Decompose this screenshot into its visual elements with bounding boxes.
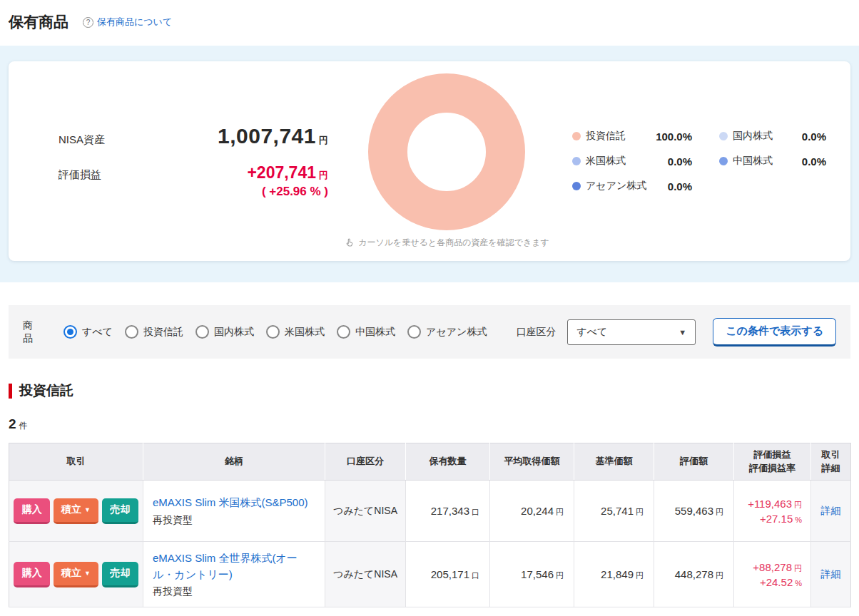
page-header: 保有商品 ? 保有商品について: [0, 0, 859, 46]
radio-icon-us-stock: [266, 325, 280, 339]
quantity-cell: 217,343口: [406, 481, 490, 542]
detail-link[interactable]: 詳細: [821, 505, 841, 516]
pl-label: 評価損益: [59, 168, 144, 182]
col-header-pl: 評価損益 評価損益率: [734, 443, 811, 481]
donut-chart-area: カーソルを乗せると各商品の資産を確認できます: [354, 73, 539, 249]
buy-button[interactable]: 購入: [14, 498, 50, 524]
radio-label-domestic-stock: 国内株式: [214, 326, 254, 339]
col-header-detail: 取引 詳細: [811, 443, 851, 481]
account-type-selected-value: すべて: [576, 326, 607, 339]
radio-us-stock[interactable]: 米国株式: [266, 325, 325, 339]
product-filter-label: 商品: [23, 319, 42, 345]
quantity-cell: 205,171口: [406, 542, 490, 607]
help-link[interactable]: ? 保有商品について: [83, 16, 172, 29]
legend-item-asean-stock: アセアン株式 0.0%: [572, 180, 692, 192]
pl-cell: +88,278円 +24.52%: [734, 542, 811, 607]
account-type-cell: つみたてNISA: [325, 481, 406, 542]
buy-button[interactable]: 購入: [14, 562, 50, 587]
table-header-row: 取引 銘柄 口座区分 保有数量 平均取得価額 基準価額 評価額 評価損益 評価損…: [9, 443, 851, 481]
question-circle-icon: ?: [83, 17, 93, 28]
asset-value: 1,007,741: [218, 124, 316, 148]
radio-label-asean-stock: アセアン株式: [426, 326, 487, 339]
col-header-quantity: 保有数量: [406, 443, 490, 481]
section-accent-bar: [9, 384, 12, 399]
value-cell: 448,278円: [654, 542, 734, 607]
result-count: 2 件: [9, 416, 850, 432]
section-header: 投資信託: [9, 381, 850, 400]
legend-item-china-stock: 中国株式 0.0%: [719, 155, 826, 168]
chart-hover-hint: カーソルを乗せると各商品の資産を確認できます: [344, 237, 549, 249]
radio-china-stock[interactable]: 中国株式: [337, 325, 395, 339]
nav-cell: 21,849円: [574, 542, 654, 607]
radio-icon-toshin: [125, 325, 138, 339]
radio-label-china-stock: 中国株式: [355, 326, 395, 339]
summary-values: NISA資産 1,007,741円 評価損益 +207,741円 ( +25.9…: [59, 109, 328, 214]
fund-type: 再投資型: [153, 514, 315, 527]
table-row: 購入 積立 ▼ 売却 eMAXIS Slim 米国株式(S&P500) 再投資型…: [9, 481, 851, 542]
value-cell: 559,463円: [654, 481, 734, 542]
donut-chart[interactable]: [368, 73, 525, 230]
account-type-cell: つみたてNISA: [325, 542, 406, 607]
col-header-trade: 取引: [9, 443, 143, 481]
apply-filter-button[interactable]: この条件で表示する: [713, 318, 836, 346]
avg-price-cell: 17,546円: [490, 542, 574, 607]
col-header-value: 評価額: [654, 443, 734, 481]
radio-label-all: すべて: [82, 326, 113, 339]
chevron-down-icon: ▼: [84, 507, 91, 513]
col-header-name: 銘柄: [143, 443, 325, 481]
legend-dot-us-stock: [572, 157, 581, 165]
radio-toshin[interactable]: 投資信託: [125, 325, 183, 339]
pl-percent: ( +25.96 % ): [144, 185, 328, 199]
fund-name-link[interactable]: eMAXIS Slim 全世界株式(オール・カントリー): [153, 552, 298, 580]
radio-asean-stock[interactable]: アセアン株式: [407, 325, 487, 339]
summary-card: NISA資産 1,007,741円 評価損益 +207,741円 ( +25.9…: [9, 61, 850, 261]
fund-name-link[interactable]: eMAXIS Slim 米国株式(S&P500): [153, 496, 308, 508]
page-title: 保有商品: [9, 12, 68, 32]
nav-cell: 25,741円: [574, 481, 654, 542]
legend-item-us-stock: 米国株式 0.0%: [572, 155, 692, 168]
radio-icon-all: [63, 325, 77, 339]
chart-legend: 投資信託 100.0% 米国株式 0.0% アセアン株式 0.0% 国内株式: [572, 130, 826, 192]
detail-link[interactable]: 詳細: [821, 568, 841, 580]
radio-icon-china-stock: [337, 325, 350, 339]
pl-value: +207,741: [247, 163, 316, 182]
radio-domestic-stock[interactable]: 国内株式: [195, 325, 254, 339]
chevron-down-icon: ▼: [84, 570, 91, 577]
pl-unit: 円: [319, 170, 328, 180]
asset-unit: 円: [319, 135, 328, 145]
radio-label-us-stock: 米国株式: [285, 326, 325, 339]
tsumitate-dropdown-button[interactable]: 積立 ▼: [54, 498, 98, 524]
legend-dot-domestic-stock: [719, 132, 728, 140]
account-type-label: 口座区分: [516, 326, 556, 339]
tsumitate-dropdown-button[interactable]: 積立 ▼: [54, 562, 98, 587]
fund-type: 再投資型: [153, 585, 315, 598]
pl-cell: +119,463円 +27.15%: [734, 481, 811, 542]
col-header-avg-price: 平均取得価額: [490, 443, 574, 481]
asset-label: NISA資産: [59, 133, 144, 147]
table-row: 購入 積立 ▼ 売却 eMAXIS Slim 全世界株式(オール・カントリー) …: [9, 542, 851, 607]
legend-dot-china-stock: [719, 157, 728, 165]
radio-label-toshin: 投資信託: [143, 326, 183, 339]
avg-price-cell: 20,244円: [490, 481, 574, 542]
help-link-label: 保有商品について: [97, 16, 172, 29]
chart-hover-hint-text: カーソルを乗せると各商品の資産を確認できます: [358, 237, 549, 249]
filter-bar: 商品 すべて 投資信託 国内株式 米国株式 中国株式 アセアン株式 口座区分 す…: [9, 305, 850, 359]
sell-button[interactable]: 売却: [102, 498, 138, 524]
summary-panel: NISA資産 1,007,741円 評価損益 +207,741円 ( +25.9…: [0, 46, 859, 282]
account-type-select[interactable]: すべて ▼: [567, 319, 696, 345]
legend-dot-toshin: [572, 132, 581, 140]
radio-icon-domestic-stock: [195, 325, 209, 339]
col-header-account: 口座区分: [325, 443, 406, 481]
radio-icon-asean-stock: [407, 325, 421, 339]
section-title: 投資信託: [19, 381, 73, 400]
sell-button[interactable]: 売却: [102, 562, 138, 587]
legend-item-toshin: 投資信託 100.0%: [572, 130, 692, 143]
col-header-nav: 基準価額: [574, 443, 654, 481]
chevron-down-icon: ▼: [678, 328, 686, 337]
legend-dot-asean-stock: [572, 182, 581, 190]
legend-item-domestic-stock: 国内株式 0.0%: [719, 130, 826, 143]
radio-all[interactable]: すべて: [63, 325, 113, 339]
hand-pointer-icon: [344, 237, 355, 248]
holdings-table: 取引 銘柄 口座区分 保有数量 平均取得価額 基準価額 評価額 評価損益 評価損…: [9, 443, 851, 607]
